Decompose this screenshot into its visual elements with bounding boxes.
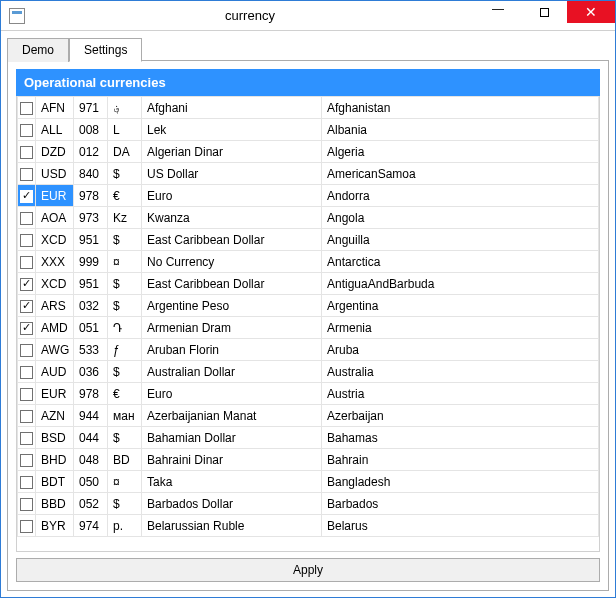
table-row[interactable]: ARS032$Argentine PesoArgentina <box>18 295 599 317</box>
currency-code: BHD <box>36 449 74 471</box>
checkbox-cell[interactable] <box>18 251 36 273</box>
checkbox-cell[interactable] <box>18 317 36 339</box>
row-checkbox[interactable] <box>20 520 33 533</box>
table-row[interactable]: BBD052$Barbados DollarBarbados <box>18 493 599 515</box>
table-row[interactable]: AOA973KzKwanzaAngola <box>18 207 599 229</box>
currency-name: Bahraini Dinar <box>142 449 322 471</box>
row-checkbox[interactable] <box>20 168 33 181</box>
row-checkbox[interactable] <box>20 322 33 335</box>
currency-table: AFN971؋AfghaniAfghanistanALL008LLekAlban… <box>17 96 599 537</box>
table-row[interactable]: EUR978€EuroAndorra <box>18 185 599 207</box>
row-checkbox[interactable] <box>20 234 33 247</box>
row-checkbox[interactable] <box>20 190 33 203</box>
country-name: Anguilla <box>322 229 599 251</box>
country-name: Barbados <box>322 493 599 515</box>
currency-name: Bahamian Dollar <box>142 427 322 449</box>
checkbox-cell[interactable] <box>18 405 36 427</box>
table-row[interactable]: BYR974p.Belarussian RubleBelarus <box>18 515 599 537</box>
currency-symbol: $ <box>108 273 142 295</box>
apply-button[interactable]: Apply <box>16 558 600 582</box>
table-row[interactable]: EUR978€EuroAustria <box>18 383 599 405</box>
table-row[interactable]: XXX999¤No CurrencyAntarctica <box>18 251 599 273</box>
checkbox-cell[interactable] <box>18 163 36 185</box>
table-row[interactable]: USD840$US DollarAmericanSamoa <box>18 163 599 185</box>
table-row[interactable]: XCD951$East Caribbean DollarAntiguaAndBa… <box>18 273 599 295</box>
currency-symbol: $ <box>108 361 142 383</box>
currency-name: Afghani <box>142 97 322 119</box>
row-checkbox[interactable] <box>20 476 33 489</box>
checkbox-cell[interactable] <box>18 493 36 515</box>
currency-name: Lek <box>142 119 322 141</box>
currency-number: 008 <box>74 119 108 141</box>
table-row[interactable]: AUD036$Australian DollarAustralia <box>18 361 599 383</box>
currency-name: Kwanza <box>142 207 322 229</box>
row-checkbox[interactable] <box>20 300 33 313</box>
checkbox-cell[interactable] <box>18 207 36 229</box>
table-row[interactable]: DZD012DAAlgerian DinarAlgeria <box>18 141 599 163</box>
checkbox-cell[interactable] <box>18 141 36 163</box>
row-checkbox[interactable] <box>20 124 33 137</box>
currency-number: 999 <box>74 251 108 273</box>
table-row[interactable]: AMD051ԴArmenian DramArmenia <box>18 317 599 339</box>
currency-symbol: € <box>108 383 142 405</box>
row-checkbox[interactable] <box>20 344 33 357</box>
row-checkbox[interactable] <box>20 366 33 379</box>
row-checkbox[interactable] <box>20 498 33 511</box>
checkbox-cell[interactable] <box>18 273 36 295</box>
table-row[interactable]: ALL008LLekAlbania <box>18 119 599 141</box>
client-area: Demo Settings Operational currencies AFN… <box>1 31 615 597</box>
currency-name: Barbados Dollar <box>142 493 322 515</box>
row-checkbox[interactable] <box>20 102 33 115</box>
currency-number: 944 <box>74 405 108 427</box>
checkbox-cell[interactable] <box>18 515 36 537</box>
checkbox-cell[interactable] <box>18 339 36 361</box>
currency-name: Belarussian Ruble <box>142 515 322 537</box>
row-checkbox[interactable] <box>20 212 33 225</box>
grid-scroll-area[interactable]: AFN971؋AfghaniAfghanistanALL008LLekAlban… <box>17 96 599 551</box>
row-checkbox[interactable] <box>20 278 33 291</box>
table-row[interactable]: BSD044$Bahamian DollarBahamas <box>18 427 599 449</box>
tab-demo[interactable]: Demo <box>7 38 69 62</box>
minimize-button[interactable]: — <box>475 1 521 23</box>
table-row[interactable]: AWG533ƒAruban FlorinAruba <box>18 339 599 361</box>
table-row[interactable]: XCD951$East Caribbean DollarAnguilla <box>18 229 599 251</box>
currency-code: XCD <box>36 273 74 295</box>
row-checkbox[interactable] <box>20 256 33 269</box>
currency-code: AFN <box>36 97 74 119</box>
country-name: Belarus <box>322 515 599 537</box>
row-checkbox[interactable] <box>20 146 33 159</box>
checkbox-cell[interactable] <box>18 119 36 141</box>
checkbox-cell[interactable] <box>18 229 36 251</box>
checkbox-cell[interactable] <box>18 295 36 317</box>
checkbox-cell[interactable] <box>18 427 36 449</box>
maximize-button[interactable] <box>521 1 567 23</box>
checkbox-cell[interactable] <box>18 449 36 471</box>
currency-name: Azerbaijanian Manat <box>142 405 322 427</box>
row-checkbox[interactable] <box>20 432 33 445</box>
row-checkbox[interactable] <box>20 410 33 423</box>
table-row[interactable]: AZN944манAzerbaijanian ManatAzerbaijan <box>18 405 599 427</box>
checkbox-cell[interactable] <box>18 361 36 383</box>
table-row[interactable]: BHD048BDBahraini DinarBahrain <box>18 449 599 471</box>
checkbox-cell[interactable] <box>18 97 36 119</box>
table-row[interactable]: AFN971؋AfghaniAfghanistan <box>18 97 599 119</box>
checkbox-cell[interactable] <box>18 383 36 405</box>
row-checkbox[interactable] <box>20 454 33 467</box>
close-button[interactable]: ✕ <box>567 1 615 23</box>
currency-code: BBD <box>36 493 74 515</box>
country-name: Bahamas <box>322 427 599 449</box>
table-row[interactable]: BDT050¤TakaBangladesh <box>18 471 599 493</box>
currency-name: Argentine Peso <box>142 295 322 317</box>
titlebar[interactable]: currency — ✕ <box>1 1 615 31</box>
row-checkbox[interactable] <box>20 388 33 401</box>
country-name: Armenia <box>322 317 599 339</box>
app-icon <box>9 8 25 24</box>
country-name: Afghanistan <box>322 97 599 119</box>
tab-settings[interactable]: Settings <box>69 38 142 62</box>
checkbox-cell[interactable] <box>18 471 36 493</box>
currency-number: 050 <box>74 471 108 493</box>
currency-name: No Currency <box>142 251 322 273</box>
checkbox-cell[interactable] <box>18 185 36 207</box>
currency-code: AMD <box>36 317 74 339</box>
country-name: Aruba <box>322 339 599 361</box>
